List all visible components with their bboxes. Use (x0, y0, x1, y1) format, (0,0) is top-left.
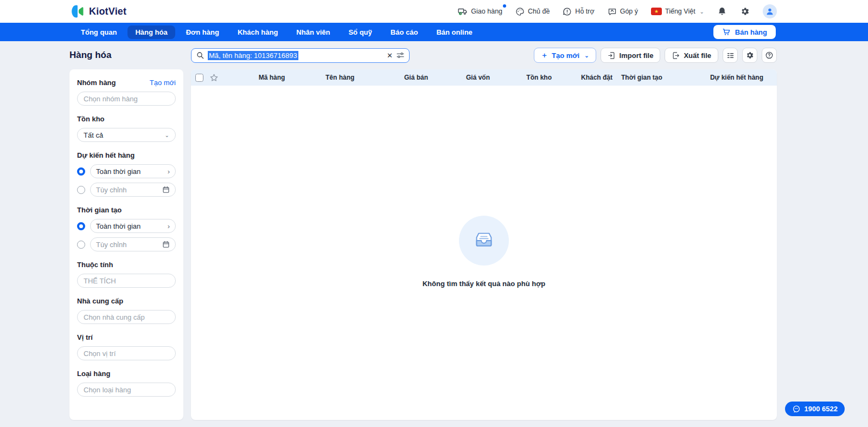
thuoc-tinh-label: Thuộc tính (77, 261, 113, 269)
forecast-alltime-field[interactable]: Toàn thời gian › (90, 164, 176, 178)
forecast-alltime-radio[interactable] (77, 167, 85, 176)
content-body: Nhóm hàng Tạo mới Tồn kho Tất cả ⌄ Dự ki… (69, 69, 777, 420)
export-file-button[interactable]: Xuất file (665, 48, 718, 63)
column-header-gia-von[interactable]: Giá vốn (428, 74, 490, 81)
table-header-row: Mã hàng Tên hàng Giá bán Giá vốn Tồn kho… (191, 69, 777, 86)
file-import-icon (608, 51, 616, 60)
nav-tab-khach-hang[interactable]: Khách hàng (230, 25, 285, 39)
chevron-down-icon: ⌄ (584, 53, 589, 59)
import-file-label: Import file (620, 51, 654, 60)
filter-section-thuoc-tinh: Thuộc tính (77, 261, 176, 288)
nav-tab-hang-hoa[interactable]: Hàng hóa (127, 25, 175, 39)
forecast-custom-field[interactable]: Tùy chỉnh (90, 183, 176, 197)
language-selector[interactable]: ★ Tiếng Việt ⌄ (651, 8, 704, 15)
favorite-star-icon[interactable] (209, 73, 226, 82)
column-header-ton-kho[interactable]: Tồn kho (490, 74, 552, 81)
delivery-notification-dot (503, 4, 506, 8)
created-custom-label: Tùy chỉnh (96, 241, 126, 249)
settings-gear-icon[interactable] (740, 7, 750, 16)
list-settings-button[interactable] (742, 48, 757, 63)
nav-tab-so-quy[interactable]: Sổ quỹ (341, 25, 379, 39)
filter-section-ton-kho: Tồn kho Tất cả ⌄ (77, 115, 176, 142)
column-settings-button[interactable] (723, 48, 738, 63)
chat-bubble-icon (792, 405, 801, 413)
create-new-label: Tạo mới (552, 51, 579, 60)
support-label: Hỗ trợ (575, 8, 594, 15)
import-file-button[interactable]: Import file (601, 48, 661, 63)
brand-name: KiotViet (89, 6, 126, 17)
search-input[interactable]: Mã, tên hàng: 10136716893 ✕ (191, 48, 410, 63)
stock-filter-value: Tất cả (84, 131, 103, 139)
feedback-link[interactable]: Góp ý (608, 7, 638, 16)
language-label: Tiếng Việt (665, 8, 695, 15)
filter-section-loai-hang: Loại hàng (77, 370, 176, 397)
filter-section-du-kien-het-hang: Dự kiến hết hàng Toàn thời gian › Tùy ch… (77, 151, 176, 197)
ton-kho-label: Tồn kho (77, 115, 105, 123)
forecast-custom-label: Tùy chỉnh (96, 186, 126, 194)
nav-tab-don-hang[interactable]: Đơn hàng (178, 25, 227, 39)
chevron-right-icon: › (168, 167, 170, 176)
delivery-link[interactable]: Giao hàng (458, 7, 502, 16)
create-new-button[interactable]: ＋ Tạo mới ⌄ (534, 48, 596, 63)
created-alltime-radio[interactable] (77, 222, 85, 230)
column-header-gia-ban[interactable]: Giá bán (366, 74, 428, 81)
nav-tab-tong-quan[interactable]: Tổng quan (73, 25, 124, 39)
vietnam-flag-icon: ★ (651, 8, 662, 15)
empty-state-circle (459, 216, 509, 266)
columns-list-icon (726, 51, 735, 60)
column-header-ten-hang[interactable]: Tên hàng (318, 74, 366, 81)
nav-tab-bao-cao[interactable]: Báo cáo (383, 25, 426, 39)
feedback-icon (608, 7, 617, 16)
notifications-bell-icon[interactable] (717, 7, 727, 16)
filter-section-nha-cung-cap: Nhà cung cấp (77, 297, 176, 324)
column-header-ma-hang[interactable]: Mã hàng (226, 74, 318, 81)
empty-state: Không tìm thấy kết quả nào phù hợp (191, 86, 777, 420)
sell-button-label: Bán hàng (735, 28, 767, 36)
create-group-link[interactable]: Tạo mới (150, 79, 176, 87)
page-title: Hàng hóa (69, 50, 191, 61)
nav-tabs: Tổng quan Hàng hóa Đơn hàng Khách hàng N… (73, 25, 480, 39)
created-custom-field[interactable]: Tùy chỉnh (90, 237, 176, 251)
feedback-label: Góp ý (620, 8, 638, 15)
nav-tab-nhan-vien[interactable]: Nhân viên (289, 25, 337, 39)
created-custom-radio[interactable] (77, 241, 85, 249)
vi-tri-label: Vị trí (77, 333, 93, 341)
calendar-icon (162, 241, 170, 248)
select-all-checkbox[interactable] (195, 74, 203, 82)
support-phone-number: 1900 6522 (805, 405, 838, 413)
group-filter-input[interactable] (77, 92, 176, 106)
search-selected-text: Mã, tên hàng: 10136716893 (208, 51, 298, 60)
attribute-filter-input[interactable] (77, 274, 176, 288)
location-filter-input[interactable] (77, 346, 176, 360)
palette-icon (515, 7, 525, 16)
support-link[interactable]: Hỗ trợ (563, 7, 594, 16)
sell-button[interactable]: Bán hàng (713, 25, 776, 39)
toolbar: ＋ Tạo mới ⌄ Import file (534, 48, 777, 63)
gear-icon (745, 51, 754, 60)
theme-link[interactable]: Chủ đề (515, 7, 550, 16)
help-bubble-icon (563, 7, 572, 16)
supplier-filter-input[interactable] (77, 310, 176, 324)
cart-icon (722, 28, 731, 36)
search-filter-sliders-icon[interactable] (396, 51, 405, 60)
question-circle-icon (765, 51, 774, 60)
type-filter-input[interactable] (77, 383, 176, 397)
inbox-icon (471, 228, 496, 253)
nha-cung-cap-label: Nhà cung cấp (77, 297, 123, 305)
created-alltime-field[interactable]: Toàn thời gian › (90, 219, 176, 233)
chevron-right-icon: › (168, 222, 170, 230)
column-header-khach-dat[interactable]: Khách đặt (552, 74, 612, 81)
loai-hang-label: Loại hàng (77, 370, 110, 378)
user-avatar[interactable] (763, 4, 777, 18)
column-header-thoi-gian-tao[interactable]: Thời gian tạo (612, 74, 682, 81)
nav-tab-ban-online[interactable]: Bán online (429, 25, 480, 39)
forecast-custom-radio[interactable] (77, 186, 85, 194)
column-header-du-kien-het-hang[interactable]: Dự kiến hết hàng (682, 74, 763, 81)
main-navbar: Tổng quan Hàng hóa Đơn hàng Khách hàng N… (0, 23, 868, 41)
brand-logo[interactable]: KiotViet (71, 4, 126, 18)
stock-filter-select[interactable]: Tất cả ⌄ (77, 128, 176, 142)
support-hotline-badge[interactable]: 1900 6522 (785, 402, 845, 416)
help-button[interactable] (762, 48, 777, 63)
plus-icon: ＋ (541, 50, 548, 60)
clear-search-icon[interactable]: ✕ (387, 51, 393, 60)
